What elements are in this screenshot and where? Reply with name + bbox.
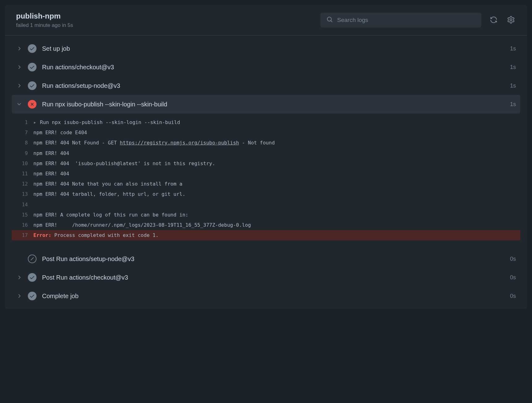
job-header: publish-npm failed 1 minute ago in 5s (5, 5, 527, 36)
line-content: npm ERR! A complete log of this run can … (33, 211, 188, 219)
step-checkout[interactable]: Run actions/checkout@v3 1s (5, 58, 527, 76)
log-line: 11 npm ERR! 404 (12, 169, 520, 179)
line-content: npm ERR! 404 (33, 149, 72, 157)
rerun-button[interactable] (489, 15, 499, 26)
step-setup-job[interactable]: Set up job 1s (5, 39, 527, 58)
check-circle-icon (28, 81, 36, 90)
check-circle-icon (28, 44, 36, 53)
log-line: 16 npm ERR! /home/runner/.npm/_logs/2023… (12, 220, 520, 230)
job-header-left: publish-npm failed 1 minute ago in 5s (16, 12, 73, 28)
chevron-spacer (16, 256, 22, 262)
search-box[interactable] (320, 13, 481, 28)
log-line-error: 17 Error: Process completed with exit co… (12, 230, 520, 240)
skip-circle-icon (28, 255, 36, 263)
line-content: Error: Process completed with exit code … (33, 231, 159, 239)
log-line: 14 (12, 199, 520, 210)
chevron-right-icon (16, 293, 22, 299)
step-label: Complete job (42, 293, 504, 300)
log-line: 9 npm ERR! 404 (12, 148, 520, 158)
log-line: 12 npm ERR! 404 Note that you can also i… (12, 179, 520, 189)
search-icon (327, 16, 337, 24)
check-circle-icon (28, 63, 36, 71)
registry-link[interactable]: https://registry.npmjs.org/isubo-publish (120, 140, 239, 146)
search-input[interactable] (337, 17, 475, 24)
line-number: 1 (12, 118, 33, 126)
line-number: 7 (12, 128, 33, 137)
log-line: 8 npm ERR! 404 Not Found - GET https://r… (12, 138, 520, 148)
step-duration: 0s (510, 274, 516, 281)
check-circle-icon (28, 273, 36, 282)
line-content: npm ERR! 404 Not Found - GET https://reg… (33, 139, 275, 147)
step-publish[interactable]: Run npx isubo-publish --skin-login --ski… (12, 95, 520, 114)
step-label: Post Run actions/checkout@v3 (42, 274, 504, 281)
log-line: 13 npm ERR! 404 tarball, folder, http ur… (12, 189, 520, 199)
sync-icon (490, 16, 497, 24)
line-content: npm ERR! 404 (33, 169, 72, 178)
step-duration: 1s (510, 64, 516, 71)
line-number: 8 (12, 139, 33, 147)
job-header-right (320, 13, 516, 28)
job-log-panel: publish-npm failed 1 minute ago in 5s (5, 5, 527, 309)
line-content[interactable]: ▸ Run npx isubo-publish --skin-login --s… (33, 118, 180, 126)
step-post-checkout[interactable]: Post Run actions/checkout@v3 0s (5, 268, 527, 287)
step-label: Run actions/checkout@v3 (42, 64, 504, 71)
gear-icon (507, 16, 515, 24)
chevron-right-icon (16, 274, 22, 281)
step-setup-node[interactable]: Run actions/setup-node@v3 1s (5, 76, 527, 95)
log-line: 15 npm ERR! A complete log of this run c… (12, 210, 520, 220)
line-number: 12 (12, 180, 33, 188)
line-content: npm ERR! 404 tarball, folder, http url, … (33, 190, 185, 198)
step-duration: 1s (510, 83, 516, 89)
x-circle-icon (28, 100, 36, 109)
error-prefix: Error: (33, 232, 51, 238)
line-number: 16 (12, 221, 33, 229)
line-number: 15 (12, 211, 33, 219)
expand-triangle-icon[interactable]: ▸ (33, 119, 39, 125)
settings-button[interactable] (506, 15, 516, 26)
chevron-down-icon (16, 101, 22, 107)
steps-list: Set up job 1s Run actions/checkout@v3 1s… (5, 36, 527, 309)
job-subtitle: failed 1 minute ago in 5s (16, 22, 73, 28)
chevron-right-icon (16, 45, 22, 52)
line-number: 13 (12, 190, 33, 198)
step-duration: 0s (510, 293, 516, 299)
step-post-setup-node[interactable]: Post Run actions/setup-node@v3 0s (5, 250, 527, 268)
line-content: npm ERR! 404 Note that you can also inst… (33, 180, 182, 188)
step-duration: 1s (510, 101, 516, 108)
check-circle-icon (28, 292, 36, 300)
line-number: 11 (12, 169, 33, 178)
chevron-right-icon (16, 83, 22, 89)
line-content: npm ERR! /home/runner/.npm/_logs/2023-08… (33, 221, 251, 229)
job-title: publish-npm (16, 12, 73, 20)
line-number: 14 (12, 200, 33, 209)
chevron-right-icon (16, 64, 22, 70)
step-duration: 0s (510, 256, 516, 262)
log-line: 1 ▸ Run npx isubo-publish --skin-login -… (12, 117, 520, 127)
line-number: 17 (12, 231, 33, 239)
line-number: 9 (12, 149, 33, 157)
log-output: 1 ▸ Run npx isubo-publish --skin-login -… (12, 114, 520, 244)
step-label: Run actions/setup-node@v3 (42, 82, 504, 89)
step-label: Set up job (42, 45, 504, 52)
line-content: npm ERR! code E404 (33, 128, 87, 137)
step-duration: 1s (510, 45, 516, 52)
step-label: Post Run actions/setup-node@v3 (42, 255, 504, 263)
log-line: 10 npm ERR! 404 'isubo-publish@latest' i… (12, 158, 520, 169)
line-content: npm ERR! 404 'isubo-publish@latest' is n… (33, 159, 215, 168)
line-number: 10 (12, 159, 33, 168)
step-complete-job[interactable]: Complete job 0s (5, 287, 527, 305)
log-line: 7 npm ERR! code E404 (12, 127, 520, 138)
step-label: Run npx isubo-publish --skin-login --ski… (42, 101, 504, 108)
